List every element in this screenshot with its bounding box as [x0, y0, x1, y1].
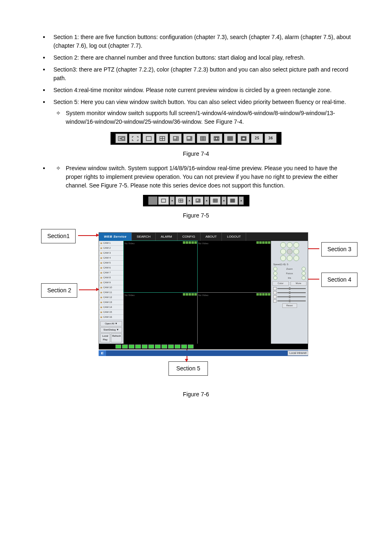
cam-item-10[interactable]: CAM 10 [99, 285, 123, 290]
cam-item-8[interactable]: CAM 8 [99, 275, 123, 280]
dropdown-16-icon[interactable]: ▴ [239, 197, 244, 205]
cam-item-6[interactable]: CAM 6 [99, 266, 123, 271]
open-all-button[interactable]: Open All ▼ [100, 321, 122, 326]
section5-label: Section 5 [168, 361, 208, 376]
iris-label: Iris [288, 276, 291, 280]
cam-item-15[interactable]: CAM 15 [99, 310, 123, 315]
preview-9-button[interactable] [210, 197, 221, 205]
layout-16-button[interactable] [224, 134, 236, 143]
preview-8-button[interactable] [193, 197, 203, 205]
text: Section 2: there are channel number and … [53, 54, 305, 61]
cam-item-4[interactable]: CAM 4 [99, 256, 123, 261]
color-tab[interactable]: Color [272, 281, 289, 286]
ptz-down-button[interactable] [287, 255, 293, 261]
focus-in-button[interactable] [273, 271, 277, 275]
bt-layout-16-button[interactable] [168, 345, 174, 349]
bt-layout-9-button[interactable] [155, 345, 161, 349]
brightness-slider[interactable] [277, 288, 306, 289]
zoom-label: Zoom [286, 267, 293, 271]
focus-out-button[interactable] [302, 271, 306, 275]
saturation-slider[interactable] [277, 296, 306, 297]
tab-logout[interactable]: LOGOUT [222, 233, 246, 241]
preview-16-button[interactable] [227, 197, 238, 205]
cam-item-12[interactable]: CAM 12 [99, 295, 123, 300]
ptz-right-button[interactable] [293, 249, 299, 254]
section4-label: Section 4 [321, 273, 357, 287]
bt-fullscreen-button[interactable] [122, 345, 128, 349]
layout-20-button[interactable] [238, 134, 249, 143]
cam-item-2[interactable]: CAM 2 [99, 246, 123, 251]
layout-6-button[interactable] [170, 134, 182, 143]
dropdown-4-icon[interactable]: ▴ [187, 197, 192, 205]
cam-item-1[interactable]: CAM 1 [99, 241, 123, 246]
iris-close-button[interactable] [302, 276, 306, 280]
cam-item-5[interactable]: CAM 5 [99, 261, 123, 266]
cam-item-9[interactable]: CAM 9 [99, 280, 123, 285]
tab-about[interactable]: ABOUT [201, 233, 222, 241]
tab-search[interactable]: SEARCH [132, 233, 156, 241]
bt-layout-25-button[interactable] [181, 345, 187, 349]
preview-toggle-button[interactable] [148, 197, 157, 205]
reset-button[interactable]: Reset [282, 303, 297, 308]
hd-button[interactable] [115, 134, 127, 143]
video-pane-4[interactable]: No Video [198, 293, 271, 344]
layout-4-button[interactable] [156, 134, 168, 143]
dropdown-1-icon[interactable]: ▴ [170, 197, 175, 205]
svg-rect-55 [161, 199, 166, 202]
bt-layout-20-button[interactable] [175, 345, 180, 349]
bt-layout-36-button[interactable] [188, 345, 194, 349]
ptz-upright-button[interactable] [293, 242, 299, 248]
bullet-section3: Section3: there are PTZ (chapter 7.2.2),… [53, 65, 351, 83]
start-button[interactable]: ◧ [99, 350, 106, 356]
cam-item-14[interactable]: CAM 14 [99, 305, 123, 310]
refresh-button[interactable]: Refresh [111, 333, 122, 342]
tab-alarm[interactable]: ALARM [156, 233, 178, 241]
cam-list: CAM 1CAM 2CAM 3CAM 4CAM 5CAM 6CAM 7CAM 8… [99, 241, 123, 320]
iris-open-button[interactable] [273, 276, 277, 280]
bt-layout-13-button[interactable] [161, 345, 167, 349]
ptz-left-button[interactable] [280, 249, 286, 254]
top-nav: WEB Service SEARCH ALARM CONFIG ABOUT LO… [99, 233, 308, 241]
bt-layout-4-button[interactable] [135, 345, 141, 349]
bt-layout-8-button[interactable] [148, 345, 154, 349]
bt-layout-1-button[interactable] [129, 345, 134, 349]
contrast-slider[interactable] [277, 292, 306, 293]
more-tab[interactable]: More [291, 281, 307, 286]
fullscreen-button[interactable] [129, 134, 141, 143]
local-play-button[interactable]: Local Play [100, 333, 110, 342]
layout-25-button[interactable]: 25 [251, 134, 263, 143]
zoom-in-button[interactable] [273, 267, 277, 271]
preview-4-button[interactable] [175, 197, 186, 205]
tab-config[interactable]: CONFIG [178, 233, 201, 241]
layout-13-button[interactable] [210, 134, 222, 143]
bt-hd-button[interactable] [115, 345, 121, 349]
video-pane-1[interactable]: No Video [124, 241, 197, 292]
cam-item-13[interactable]: CAM 13 [99, 300, 123, 305]
ptz-center-button[interactable] [287, 249, 293, 254]
bt-layout-6-button[interactable] [142, 345, 148, 349]
cam-item-7[interactable]: CAM 7 [99, 271, 123, 275]
video-pane-3[interactable]: No Video [124, 293, 197, 344]
cam-item-11[interactable]: CAM 11 [99, 290, 123, 295]
ptz-up-button[interactable] [287, 242, 293, 248]
layout-36-button[interactable]: 36 [265, 134, 277, 143]
start-dialog-button[interactable]: StartDialog ▼ [100, 327, 122, 333]
preview-1-button[interactable] [158, 197, 169, 205]
layout-1-button[interactable] [143, 134, 154, 143]
svg-rect-59 [196, 199, 200, 202]
dropdown-9-icon[interactable]: ▴ [221, 197, 226, 205]
zoom-out-button[interactable] [302, 267, 306, 271]
ptz-upleft-button[interactable] [280, 242, 286, 248]
web-service-window: WEB Service SEARCH ALARM CONFIG ABOUT LO… [99, 232, 308, 349]
layout-9-button[interactable] [197, 134, 209, 143]
ptz-downleft-button[interactable] [280, 255, 286, 261]
video-pane-2[interactable]: No Video [198, 241, 271, 292]
dropdown-8-icon[interactable]: ▴ [204, 197, 209, 205]
ptz-downright-button[interactable] [293, 255, 299, 261]
hue-slider[interactable] [277, 301, 306, 301]
layout-8-button[interactable] [183, 134, 195, 143]
brightness-icon [273, 287, 277, 290]
cam-item-16[interactable]: CAM 16 [99, 315, 123, 320]
cam-item-3[interactable]: CAM 3 [99, 251, 123, 256]
speed-label: Speed(1-8): 5 [273, 263, 288, 266]
